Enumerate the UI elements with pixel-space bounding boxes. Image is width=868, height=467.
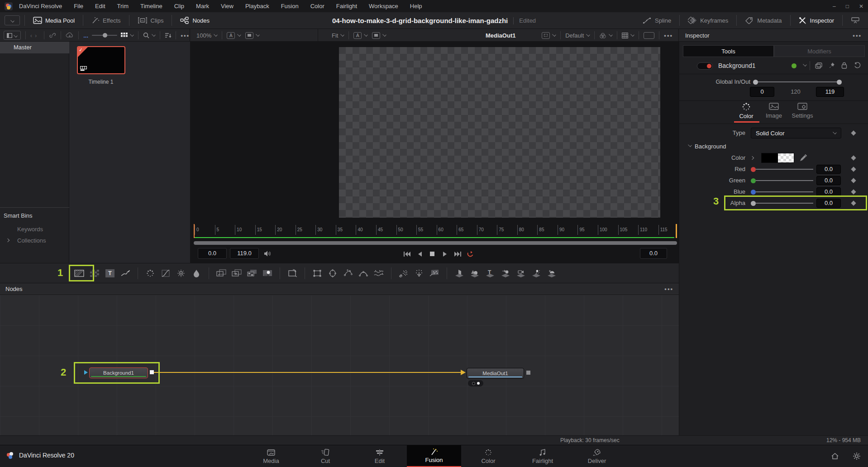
thumbnail-size-slider[interactable] (92, 35, 117, 36)
timeline-ruler[interactable]: 0510152025303540455055606570758085909510… (194, 224, 677, 236)
timeline-thumbnail[interactable]: ✓ (77, 46, 125, 74)
color-controls-icon[interactable] (599, 33, 606, 38)
bin-view-dropdown[interactable] (4, 31, 21, 40)
smart-bins-header[interactable]: Smart Bins (0, 210, 69, 224)
playhead-marker[interactable] (194, 224, 195, 238)
viewer-more-button[interactable]: ••• (664, 32, 673, 39)
menu-trim[interactable]: Trim (117, 3, 129, 10)
nodes-toggle-button[interactable]: Nodes (176, 17, 213, 24)
paint-tool-icon[interactable] (120, 268, 131, 279)
left-viewer-channel-button[interactable]: A (227, 32, 235, 39)
effects-toggle-button[interactable]: Effects (88, 17, 124, 24)
ui-layout-dropdown[interactable] (5, 15, 20, 25)
spline-toggle-button[interactable]: Spline (639, 17, 675, 24)
window-close-button[interactable]: ✕ (859, 3, 863, 10)
current-time-field[interactable]: 0.0 (640, 248, 667, 259)
chevron-right-icon[interactable] (750, 156, 754, 160)
nodes-more-button[interactable]: ••• (664, 286, 673, 292)
global-in-out-slider[interactable] (753, 77, 842, 86)
subtab-image[interactable]: Image (760, 102, 787, 119)
left-viewer-zoom-dropdown[interactable]: 100% (196, 32, 211, 39)
rectangle-mask-tool-icon[interactable] (312, 268, 323, 279)
smart-bin-keywords[interactable]: Keywords (0, 224, 69, 235)
metadata-toggle-button[interactable]: Metadata (741, 17, 785, 24)
blue-slider[interactable] (751, 187, 813, 196)
textplus-tool-icon[interactable]: T (105, 268, 115, 279)
sort-order-icon[interactable] (165, 33, 172, 38)
render-in-field[interactable]: 0.0 (198, 248, 227, 259)
inspector-more-button[interactable]: ••• (853, 32, 862, 39)
keyframes-toggle-button[interactable]: Keyframes (684, 17, 732, 24)
type-dropdown[interactable]: Solid Color (751, 128, 841, 138)
page-tab-deliver[interactable]: Deliver (570, 445, 624, 467)
blue-keyframe-icon[interactable] (851, 189, 856, 194)
search-icon[interactable] (143, 32, 149, 38)
color-keyframe-icon[interactable] (851, 155, 856, 160)
ellipse-mask-tool-icon[interactable] (327, 268, 338, 279)
brightness-contrast-tool-icon[interactable] (176, 268, 186, 279)
green-keyframe-icon[interactable] (851, 178, 856, 183)
viewer2-dot[interactable] (477, 382, 480, 385)
mediaout1-node[interactable]: MediaOut1 (467, 368, 524, 379)
menu-fairlight[interactable]: Fairlight (336, 3, 357, 10)
merge-tool-icon[interactable] (216, 268, 227, 279)
page-tab-fusion[interactable]: Fusion (407, 445, 461, 467)
red-keyframe-icon[interactable] (851, 167, 856, 172)
versions-icon[interactable] (815, 62, 822, 69)
history-back-button[interactable]: ‹› (30, 32, 40, 39)
window-minimize-button[interactable]: – (833, 3, 836, 10)
expand-viewer-button[interactable] (644, 32, 654, 39)
panel-collapse-button[interactable] (847, 17, 863, 24)
green-slider[interactable] (751, 176, 813, 185)
media-pool-more-button[interactable]: ••• (181, 32, 190, 39)
red-value-field[interactable]: 0.0 (816, 165, 841, 174)
cloud-sync-icon[interactable] (66, 32, 74, 38)
settings-gear-button[interactable] (853, 452, 861, 460)
red-slider[interactable] (751, 165, 813, 174)
merge3d-tool-icon[interactable] (500, 268, 511, 279)
global-out-field[interactable]: 119 (816, 87, 844, 97)
node-status-dot[interactable] (792, 63, 796, 68)
subtab-color[interactable]: Color (733, 102, 760, 119)
menu-help[interactable]: Help (410, 3, 422, 10)
menu-view[interactable]: View (221, 3, 234, 10)
viewer-canvas-transparent[interactable] (339, 47, 660, 218)
green-value-field[interactable]: 0.0 (816, 176, 841, 185)
pin-icon[interactable] (829, 62, 835, 69)
magicmask-tool-icon[interactable] (373, 268, 384, 279)
camera3d-tool-icon[interactable] (515, 268, 526, 279)
blue-value-field[interactable]: 0.0 (816, 187, 841, 196)
polygon-mask-tool-icon[interactable] (343, 268, 353, 279)
menu-fusion[interactable]: Fusion (281, 3, 299, 10)
imageplane3d-tool-icon[interactable] (454, 268, 465, 279)
background-section-header[interactable]: Background (679, 142, 868, 152)
audio-mute-icon[interactable] (264, 250, 272, 257)
thumbnail-view-icon[interactable] (121, 33, 128, 38)
dissolve-tool-icon[interactable] (231, 268, 242, 279)
mattecontrol-tool-icon[interactable] (247, 268, 258, 279)
eyedropper-icon[interactable] (800, 154, 807, 162)
go-to-last-frame-button[interactable] (453, 249, 463, 258)
tab-modifiers[interactable]: Modifiers (774, 45, 865, 57)
render-out-field[interactable]: 119.0 (230, 248, 259, 259)
bspline-mask-tool-icon[interactable] (358, 268, 369, 279)
smart-bin-collections[interactable]: Collections (0, 235, 69, 246)
viewer-assign-dots[interactable] (468, 380, 483, 386)
pemitter-tool-icon[interactable] (398, 268, 409, 279)
page-tab-edit[interactable]: Edit (353, 445, 407, 467)
node-graph[interactable]: Background1 2 MediaOut1 (0, 295, 679, 435)
colorcurves-tool-icon[interactable] (160, 268, 171, 279)
deltakeyer-tool-icon[interactable] (262, 268, 273, 279)
viewer-channel-button[interactable]: A (353, 32, 362, 39)
go-to-first-frame-button[interactable] (402, 249, 412, 258)
renderer3d-tool-icon[interactable] (546, 268, 557, 279)
chevron-down-icon[interactable] (803, 62, 807, 67)
guides-grid-icon[interactable] (622, 33, 628, 38)
home-button[interactable] (831, 453, 839, 460)
pmerge-tool-icon[interactable] (414, 268, 424, 279)
menu-edit[interactable]: Edit (95, 3, 105, 10)
page-tab-color[interactable]: Color (461, 445, 515, 467)
roi-button[interactable] (542, 32, 550, 39)
timeline-scrollbar[interactable] (194, 241, 677, 245)
menu-mark[interactable]: Mark (196, 3, 209, 10)
